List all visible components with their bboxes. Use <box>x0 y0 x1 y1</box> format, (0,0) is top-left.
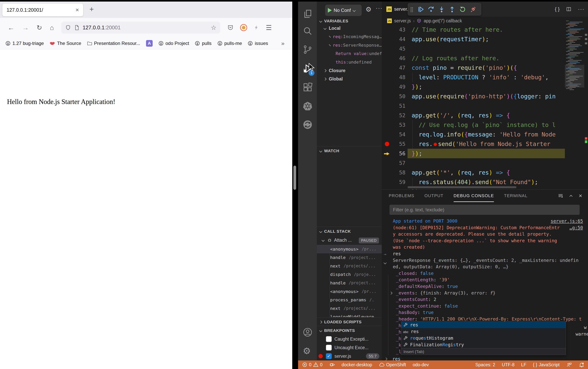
suggestion-item[interactable]: res <box>401 322 566 328</box>
breakpoint-checkbox[interactable]: ✓ <box>326 353 332 359</box>
debug-more-icon[interactable]: ··· <box>376 5 382 11</box>
new-tab-button[interactable]: + <box>89 5 94 13</box>
extensions-icon[interactable] <box>303 82 312 92</box>
bookmark-item[interactable]: issues <box>248 41 268 46</box>
stack-frame[interactable]: process_params/. <box>317 296 382 304</box>
code-line[interactable]: 49}); <box>382 82 588 92</box>
openshift-status[interactable]: OpenShift <box>379 362 406 368</box>
breakpoint-row[interactable]: Uncaught Exce... <box>317 343 382 352</box>
eol-status[interactable]: LF <box>521 362 526 368</box>
restart-button[interactable] <box>459 6 466 13</box>
suggestion-item[interactable]: FinalizationRegistry <box>401 341 566 348</box>
browser-tab[interactable]: 127.0.0.1:20001/ × <box>2 3 83 16</box>
breadcrumb[interactable]: JS server.js › app.get('/') callback <box>387 17 462 25</box>
source-link[interactable]: server.js:65 <box>551 218 583 224</box>
step-over-button[interactable] <box>428 6 434 13</box>
code-line[interactable]: 54 req.log.info({message: 'Hello from No… <box>382 130 588 139</box>
bookmark-item[interactable]: pulls <box>195 41 211 46</box>
home-icon[interactable]: ⌂ <box>50 24 54 31</box>
code-line[interactable]: 48 level: PRODUCTION ? 'info' : 'debug', <box>382 72 588 82</box>
tab-close-icon[interactable]: × <box>75 7 79 13</box>
panel-tab-problems[interactable]: PROBLEMS <box>389 190 414 202</box>
bookmark-item[interactable]: pulls-me <box>217 41 242 46</box>
stack-frame[interactable]: next/projects/... <box>317 304 382 313</box>
page-info-icon[interactable] <box>74 25 80 30</box>
stack-frame[interactable]: next/projects/... <box>317 262 382 270</box>
settings-gear-icon[interactable]: ⚙ <box>303 346 311 356</box>
search-icon[interactable] <box>303 26 312 36</box>
source-link[interactable]: …g:50 <box>569 224 583 231</box>
stack-frame[interactable]: <anonymous>/pr... <box>317 245 382 253</box>
bookmarks-overflow-icon[interactable]: » <box>281 40 284 47</box>
close-panel-icon[interactable]: × <box>579 193 582 199</box>
bookmark-item[interactable]: 1.27 bug-triage <box>5 41 44 46</box>
stack-frame[interactable]: loggingMiddleware <box>317 313 382 317</box>
code-line[interactable]: 52app.get('/', (req, res) => { <box>382 111 588 120</box>
suggestion-item[interactable]: requestHistogram <box>401 335 566 341</box>
clear-console-icon[interactable] <box>558 193 563 198</box>
encoding-status[interactable]: UTF-8 <box>502 362 515 368</box>
notifications-bell-icon[interactable] <box>579 362 585 368</box>
reload-icon[interactable]: ↻ <box>37 24 42 31</box>
variable-row[interactable]: Return value: undef… <box>317 49 382 58</box>
source-control-icon[interactable] <box>303 45 312 54</box>
stack-frame[interactable]: <anonymous>/pr... <box>317 287 382 296</box>
code-line[interactable]: 58app.get('*', (req, res) => { <box>382 168 588 177</box>
code-line[interactable]: 53 // Use req.log (a `pino` instance) to… <box>382 120 588 130</box>
bookmark-item[interactable]: The Source <box>50 41 81 46</box>
indentation-status[interactable]: Spaces: 2 <box>475 362 495 368</box>
loaded-scripts-header[interactable]: LOADED SCRIPTS <box>317 318 382 326</box>
code-line[interactable]: 55 res.send('Hello from Node.js Starter <box>382 139 588 149</box>
code-line[interactable]: 59 res.status(404).send("Not Found"); <box>382 177 588 187</box>
language-status[interactable]: { } JavaScript <box>533 362 560 368</box>
code-line[interactable]: 57 <box>382 158 588 168</box>
pocket-icon[interactable] <box>227 24 234 31</box>
bookmark-star-icon[interactable]: ☆ <box>211 24 217 31</box>
step-out-button[interactable] <box>449 6 455 13</box>
minimap[interactable] <box>565 19 584 189</box>
collapse-chevron-icon[interactable] <box>390 291 392 295</box>
shield-icon[interactable] <box>65 25 71 31</box>
back-icon[interactable]: ← <box>8 24 14 31</box>
explorer-icon[interactable] <box>303 9 312 19</box>
console-filter-input[interactable] <box>390 205 580 215</box>
bookmark-item[interactable]: A <box>146 40 153 47</box>
code-line[interactable]: 47const pino = require('pino')({ <box>382 63 588 72</box>
scope-closure[interactable]: Closure <box>317 66 382 75</box>
debug-session-status[interactable] <box>329 362 335 368</box>
debug-session-row[interactable]: Attach ... PAUSED <box>317 236 382 245</box>
variable-row[interactable]: req: IncomingMessag… <box>317 32 382 41</box>
breakpoint-checkbox[interactable] <box>326 345 332 350</box>
menu-icon[interactable]: ☰ <box>266 24 272 31</box>
variable-row[interactable]: this: undefined <box>317 58 382 66</box>
breakpoints-header[interactable]: BREAKPOINTS <box>317 326 382 335</box>
code-line[interactable]: 46// Log routes after here. <box>382 53 588 63</box>
step-into-button[interactable] <box>438 6 445 13</box>
feedback-icon[interactable] <box>566 362 572 368</box>
stack-frame[interactable]: handle/project... <box>317 253 382 262</box>
editor-more-icon[interactable]: ··· <box>578 6 585 12</box>
start-debug-icon[interactable] <box>328 8 332 13</box>
openshift-sync-icon[interactable] <box>303 120 312 130</box>
code-line[interactable]: 51 <box>382 101 588 111</box>
forward-icon[interactable]: → <box>22 24 29 31</box>
url-input[interactable]: 127.0.0.1 :20001 ☆ <box>61 21 220 34</box>
toolbar-grip[interactable]: ⣿ <box>410 6 413 12</box>
code-line[interactable]: 50app.use(require('pino-http')({logger: … <box>382 92 588 101</box>
panel-tab-terminal[interactable]: TERMINAL <box>504 190 527 202</box>
bookmark-item[interactable]: odo Project <box>158 41 189 46</box>
stack-frame[interactable]: handle/project... <box>317 279 382 287</box>
scope-global[interactable]: Global <box>317 75 382 83</box>
divider-handle[interactable] <box>293 166 296 190</box>
panel-tab-output[interactable]: OUTPUT <box>424 190 444 202</box>
continue-button[interactable] <box>417 6 424 13</box>
account-icon[interactable] <box>303 328 312 337</box>
odo-context-status[interactable]: odo-dev <box>413 362 429 368</box>
split-editor-icon[interactable] <box>566 7 571 12</box>
panel-tab-debug-console[interactable]: DEBUG CONSOLE <box>454 190 494 202</box>
send-tab-icon[interactable] <box>254 25 259 30</box>
stack-frame[interactable]: dispatch/proje... <box>317 270 382 279</box>
call-stack-header[interactable]: CALL STACK <box>317 227 382 236</box>
code-line[interactable]: 44app.use(requestTimer); <box>382 34 588 44</box>
debug-config-dropdown[interactable]: No Conf <box>325 5 362 16</box>
